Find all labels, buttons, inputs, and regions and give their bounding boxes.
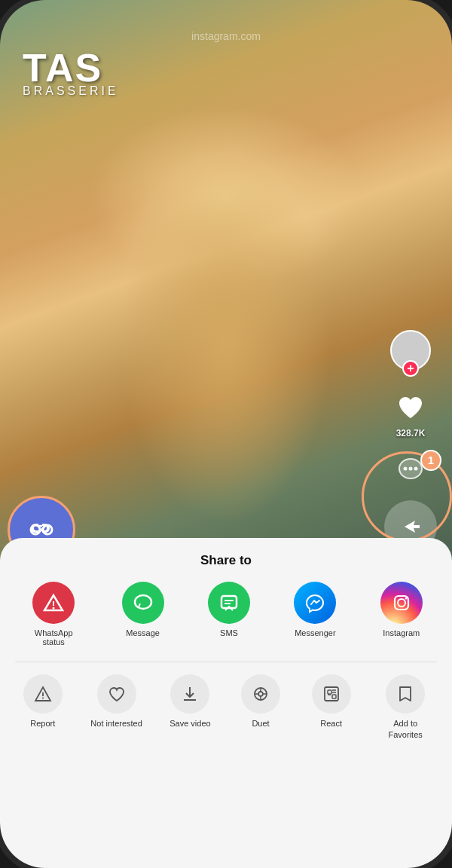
react-icon [312, 674, 351, 714]
like-count: 328.7K [396, 428, 426, 439]
share-panel: Share to WhatsApp status [0, 538, 452, 868]
message-icon [122, 582, 164, 624]
share-app-message[interactable]: Message [122, 582, 164, 637]
add-to-favorites-icon [386, 674, 425, 714]
add-to-favorites-label: Add to Favorites [379, 718, 432, 740]
heart-icon [393, 390, 428, 425]
react-label: React [320, 718, 342, 729]
svg-point-20 [405, 598, 407, 600]
instagram-icon [380, 582, 423, 624]
action-not-interested[interactable]: Not interested [90, 674, 142, 729]
phone-frame: TAS BRASSERIE instagram.com + 328.7K [0, 0, 452, 868]
not-interested-icon [97, 674, 136, 714]
action-react[interactable]: React [309, 674, 354, 729]
avatar-follow-button[interactable]: + [402, 360, 419, 377]
divider [15, 662, 437, 662]
action-duet[interactable]: Duet [238, 674, 283, 729]
message-label: Message [126, 628, 160, 637]
svg-rect-34 [332, 695, 336, 698]
not-interested-label: Not interested [90, 718, 142, 729]
video-overlay: instagram.com [191, 30, 261, 42]
share-app-instagram[interactable]: Instagram [380, 582, 423, 637]
save-video-label: Save video [170, 718, 210, 729]
svg-point-27 [258, 692, 263, 696]
sms-icon [208, 582, 250, 624]
messenger-label: Messenger [295, 628, 335, 637]
share-apps-row: WhatsApp status Message [0, 582, 452, 646]
whatsapp-status-icon [32, 582, 75, 624]
avatar-container[interactable]: + [390, 330, 431, 371]
svg-point-4 [409, 466, 413, 470]
whatsapp-status-label: WhatsApp status [29, 628, 78, 646]
share-panel-title: Share to [0, 553, 452, 568]
brasserie-subtitle: BRASSERIE [23, 84, 119, 98]
svg-rect-33 [328, 690, 331, 694]
like-button[interactable]: 328.7K [393, 390, 428, 439]
messenger-icon [294, 582, 336, 624]
action-add-to-favorites[interactable]: Add to Favorites [379, 674, 432, 740]
share-app-messenger[interactable]: Messenger [294, 582, 336, 637]
duet-label: Duet [252, 718, 269, 729]
action-buttons: + 328.7K [384, 330, 437, 567]
share-app-sms[interactable]: SMS [208, 582, 250, 637]
svg-point-14 [135, 595, 151, 609]
svg-point-19 [398, 599, 405, 607]
svg-point-13 [53, 607, 55, 610]
action-save-video[interactable]: Save video [167, 674, 212, 729]
brasserie-sign: TAS BRASSERIE [23, 45, 119, 98]
report-label: Report [30, 718, 55, 729]
save-video-icon [170, 674, 209, 714]
svg-point-3 [404, 466, 408, 470]
brasserie-letters: TAS [23, 45, 119, 90]
share-app-whatsapp-status[interactable]: WhatsApp status [29, 582, 78, 646]
duet-icon [241, 674, 280, 714]
report-icon [23, 674, 63, 714]
svg-point-23 [42, 698, 44, 699]
svg-point-0 [405, 341, 417, 353]
share-badge: 1 [420, 450, 441, 471]
actions-row: Report Not interested [0, 674, 452, 740]
instagram-label: Instagram [383, 628, 420, 637]
action-report[interactable]: Report [20, 674, 66, 729]
sms-label: SMS [220, 628, 238, 637]
svg-point-5 [414, 466, 418, 470]
